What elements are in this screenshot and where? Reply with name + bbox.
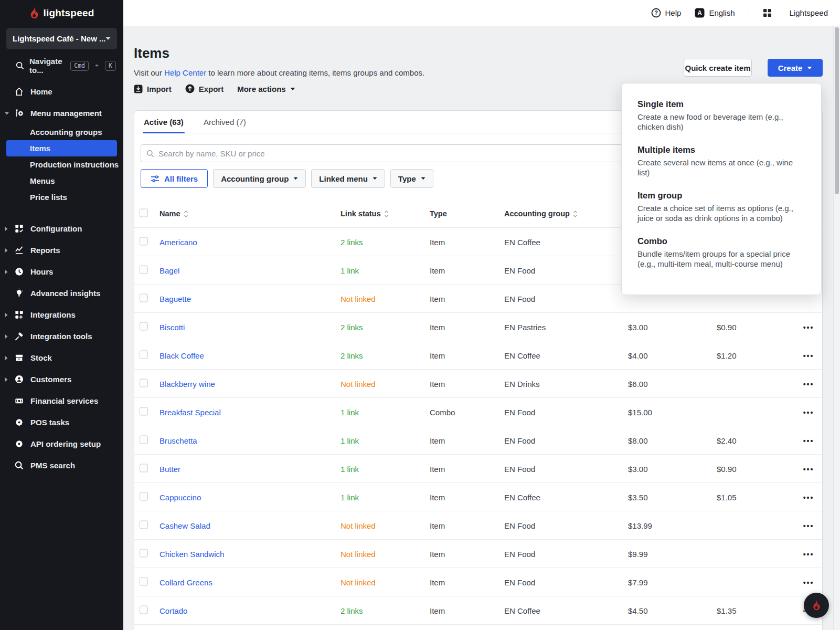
account-menu[interactable]: Lightspeed — [790, 8, 828, 17]
sort-icon[interactable] — [573, 211, 578, 217]
page-scrollbar-track[interactable] — [833, 26, 840, 630]
import-button[interactable]: Import — [134, 85, 172, 93]
navigate-to-search[interactable]: Navigate to... Cmd + K — [0, 57, 123, 75]
create-menu-item-item-group[interactable]: Item groupCreate a choice set of items a… — [637, 191, 809, 223]
help-menu[interactable]: ? Help — [651, 8, 682, 18]
filter-accounting-group-dropdown[interactable]: Accounting group — [213, 169, 306, 188]
help-center-link[interactable]: Help Center — [164, 68, 206, 77]
tab-active-63-[interactable]: Active (63) — [143, 111, 185, 133]
column-header-accounting-group[interactable]: Accounting group — [504, 209, 578, 218]
item-name-link[interactable]: Cappuccino — [160, 492, 201, 501]
item-name-link[interactable]: Cashew Salad — [160, 521, 210, 530]
store-selector[interactable]: Lightspeed Café - New ... — [6, 28, 117, 49]
row-actions-button[interactable]: ••• — [796, 492, 821, 501]
sidebar-item-hours[interactable]: Hours — [0, 261, 123, 282]
row-checkbox[interactable] — [140, 350, 148, 359]
sidebar-item-configuration[interactable]: Configuration — [0, 218, 123, 239]
row-checkbox[interactable] — [140, 605, 148, 614]
sidebar-item-pos-tasks[interactable]: POS tasks — [0, 412, 123, 433]
sidebar-item-customers[interactable]: Customers — [0, 369, 123, 390]
item-name-link[interactable]: Biscotti — [160, 322, 185, 331]
sidebar-item-home[interactable]: Home — [0, 81, 123, 102]
row-checkbox[interactable] — [140, 265, 148, 274]
apps-grid-button[interactable] — [763, 8, 772, 17]
chevron-right-icon[interactable] — [4, 248, 10, 253]
item-name-link[interactable]: Butter — [160, 464, 180, 473]
row-checkbox[interactable] — [140, 407, 148, 415]
item-secondary-price: $0.90 — [717, 322, 737, 331]
item-name-link[interactable]: Chicken Sandwich — [160, 549, 224, 558]
row-actions-button[interactable]: ••• — [796, 521, 821, 530]
chevron-right-icon[interactable] — [4, 334, 10, 339]
lightspeed-chat-fab[interactable] — [804, 593, 829, 618]
page-scrollbar-thumb[interactable] — [835, 27, 839, 194]
sidebar-item-menus[interactable]: Menus — [0, 173, 123, 189]
item-name-link[interactable]: Americano — [160, 237, 197, 246]
item-name-link[interactable]: Baguette — [160, 294, 191, 303]
create-button[interactable]: Create — [768, 59, 823, 77]
sort-icon[interactable] — [384, 211, 389, 217]
chevron-down-icon[interactable] — [4, 111, 10, 116]
chevron-right-icon[interactable] — [4, 269, 10, 275]
column-header-link-status[interactable]: Link status — [341, 209, 389, 218]
row-actions-button[interactable]: ••• — [796, 322, 821, 331]
chevron-right-icon[interactable] — [4, 226, 10, 232]
create-menu-item-multiple-items[interactable]: Multiple itemsCreate several new items a… — [637, 145, 809, 177]
row-actions-button[interactable]: ••• — [796, 407, 821, 416]
export-button[interactable]: Export — [185, 84, 224, 93]
row-actions-button[interactable]: ••• — [796, 351, 821, 360]
chevron-right-icon[interactable] — [4, 355, 10, 361]
item-name-link[interactable]: Collard Greens — [160, 578, 212, 586]
item-name-link[interactable]: Black Coffee — [160, 351, 204, 360]
item-name-link[interactable]: Blackberry wine — [160, 379, 215, 388]
sidebar-item-integrations[interactable]: Integrations — [0, 304, 123, 326]
row-checkbox[interactable] — [140, 549, 148, 557]
row-checkbox[interactable] — [140, 577, 148, 585]
page-actions: Import Export More actions — [134, 82, 295, 95]
language-menu[interactable]: A English — [695, 8, 735, 18]
row-checkbox[interactable] — [140, 435, 148, 444]
row-actions-button[interactable]: ••• — [796, 379, 821, 388]
sidebar-item-advanced-insights[interactable]: Advanced insights — [0, 282, 123, 304]
sidebar-item-production-instructions[interactable]: Production instructions — [0, 156, 123, 173]
item-name-link[interactable]: Bagel — [160, 266, 179, 275]
sidebar-item-api-ordering-setup[interactable]: API ordering setup — [0, 433, 123, 455]
sidebar-item-items[interactable]: Items — [6, 140, 117, 156]
row-checkbox[interactable] — [140, 492, 148, 500]
sidebar-item-pms-search[interactable]: PMS search — [0, 455, 123, 476]
row-actions-button[interactable]: ••• — [796, 464, 821, 473]
select-all-checkbox[interactable] — [140, 209, 148, 217]
filter-linked-menu-dropdown[interactable]: Linked menu — [311, 169, 385, 188]
chevron-right-icon[interactable] — [4, 377, 10, 382]
row-checkbox[interactable] — [140, 464, 148, 472]
sidebar-item-accounting-groups[interactable]: Accounting groups — [0, 124, 123, 140]
sidebar-item-menu-management[interactable]: Menu management — [0, 102, 123, 124]
row-checkbox[interactable] — [140, 379, 148, 387]
chevron-right-icon[interactable] — [4, 312, 10, 318]
quick-create-item-button[interactable]: Quick create item — [684, 59, 752, 77]
sidebar-item-price-lists[interactable]: Price lists — [0, 189, 123, 205]
row-actions-button[interactable]: ••• — [796, 578, 821, 586]
sidebar-item-financial-services[interactable]: Financial services — [0, 390, 123, 412]
sidebar-item-integration-tools[interactable]: Integration tools — [0, 326, 123, 347]
row-checkbox[interactable] — [140, 322, 148, 330]
row-actions-button[interactable]: ••• — [796, 549, 821, 558]
sidebar-item-stock[interactable]: Stock — [0, 347, 123, 369]
filter-type-dropdown[interactable]: Type — [390, 169, 433, 188]
row-checkbox[interactable] — [140, 293, 148, 302]
all-filters-button[interactable]: All filters — [141, 169, 208, 188]
sort-icon[interactable] — [184, 211, 188, 217]
tab-archived-7-[interactable]: Archived (7) — [203, 111, 247, 133]
column-header-name[interactable]: Name — [160, 209, 188, 218]
item-name-link[interactable]: Breakfast Special — [160, 407, 221, 416]
item-name-link[interactable]: Bruschetta — [160, 436, 197, 445]
item-name-link[interactable]: Cortado — [160, 606, 187, 615]
row-actions-button[interactable]: ••• — [796, 436, 821, 445]
more-actions-button[interactable]: More actions — [237, 85, 295, 93]
create-menu-item-single-item[interactable]: Single itemCreate a new food or beverage… — [637, 99, 809, 132]
create-menu-item-combo[interactable]: ComboBundle items/item groups for a spec… — [637, 236, 809, 269]
row-checkbox[interactable] — [140, 237, 148, 245]
sidebar-item-reports[interactable]: Reports — [0, 239, 123, 261]
item-type: Item — [430, 549, 445, 558]
row-checkbox[interactable] — [140, 520, 148, 529]
